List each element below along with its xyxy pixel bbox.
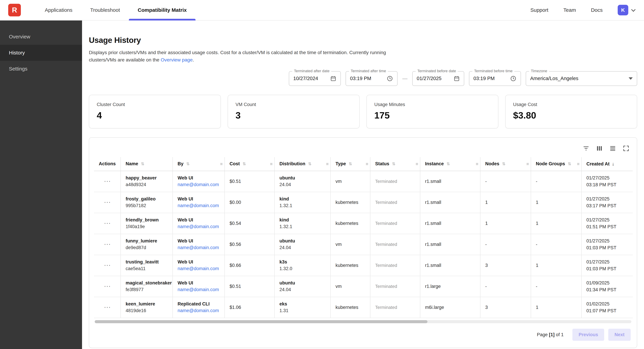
distribution-name: k3s xyxy=(280,259,326,265)
sort-icon: ⇅ xyxy=(141,162,144,166)
column-menu-icon[interactable]: ≡ xyxy=(476,161,478,166)
description-period: . xyxy=(192,57,194,62)
distribution-version: 1.32.1 xyxy=(280,224,326,229)
column-menu-icon[interactable]: ≡ xyxy=(416,161,418,166)
terminated-before-time-input[interactable]: Terminated before time 03:19 PM xyxy=(469,71,521,86)
created-by-email-link[interactable]: name@domain.com xyxy=(178,203,220,208)
created-by-email-link[interactable]: name@domain.com xyxy=(178,308,220,313)
row-more-horizontal-icon[interactable]: ⋯ xyxy=(104,199,111,206)
clock-icon[interactable] xyxy=(506,75,516,82)
cluster-id: 4819de16 xyxy=(126,308,168,313)
distribution-version: 1.31 xyxy=(280,308,326,313)
column-menu-icon[interactable]: ≡ xyxy=(326,161,329,166)
sidebar: Overview History Settings xyxy=(0,20,82,349)
sidebar-item-overview[interactable]: Overview xyxy=(0,29,82,45)
row-more-horizontal-icon[interactable]: ⋯ xyxy=(104,262,111,269)
columns-icon[interactable] xyxy=(594,143,605,154)
timezone-select[interactable]: Timezone America/Los_Angeles xyxy=(526,71,637,86)
created-by-email-link[interactable]: name@domain.com xyxy=(178,182,220,187)
field-value: 01/27/2025 xyxy=(417,76,442,81)
column-menu-icon[interactable]: ≡ xyxy=(270,161,272,166)
cost-cell: $0.54 xyxy=(224,213,274,234)
created-time: 03:17 PM PST xyxy=(586,202,628,209)
stat-value: 4 xyxy=(97,110,213,121)
table-footer: Page [1] of 1 Previous Next xyxy=(94,323,632,346)
calendar-icon[interactable] xyxy=(327,75,336,82)
cost-cell: $0.56 xyxy=(224,234,274,255)
col-header-instance[interactable]: Instance⇅≡ xyxy=(420,157,480,171)
previous-page-button[interactable]: Previous xyxy=(572,329,604,341)
column-menu-icon[interactable]: ≡ xyxy=(220,161,223,166)
fullscreen-icon[interactable] xyxy=(621,143,631,154)
tab-troubleshoot[interactable]: Troubleshoot xyxy=(81,0,129,20)
stats-row: Cluster Count 4 VM Count 3 Usage Minutes… xyxy=(89,95,637,128)
status-badge: Terminated xyxy=(370,192,420,213)
col-header-type[interactable]: Type⇅≡ xyxy=(330,157,370,171)
stat-value: 3 xyxy=(236,110,352,121)
created-by-email-link[interactable]: name@domain.com xyxy=(178,224,220,229)
replicated-logo[interactable]: R xyxy=(8,4,21,16)
column-menu-icon[interactable]: ≡ xyxy=(366,161,368,166)
row-more-horizontal-icon[interactable]: ⋯ xyxy=(104,283,111,290)
avatar[interactable]: K xyxy=(618,5,628,15)
col-label: Type xyxy=(336,161,346,166)
field-value: 03:19 PM xyxy=(474,76,494,81)
distribution-version: 24.04 xyxy=(280,245,326,250)
created-by: Replicated CLI xyxy=(178,301,220,307)
instance-cell: r1.small xyxy=(420,171,480,192)
terminated-after-date-input[interactable]: Terminated after date 10/27/2024 xyxy=(289,71,341,86)
terminated-before-date-input[interactable]: Terminated before date 01/27/2025 xyxy=(412,71,464,86)
support-link[interactable]: Support xyxy=(530,7,548,13)
col-header-nodes[interactable]: Nodes⇅≡ xyxy=(480,157,531,171)
row-more-horizontal-icon[interactable]: ⋯ xyxy=(104,241,111,248)
col-header-created-at[interactable]: Created At↓ xyxy=(582,157,633,171)
select-caret-icon[interactable] xyxy=(625,77,633,80)
cluster-name: friendly_brown xyxy=(126,217,168,223)
sidebar-item-settings[interactable]: Settings xyxy=(0,61,82,77)
row-more-horizontal-icon[interactable]: ⋯ xyxy=(104,178,111,185)
created-by-email-link[interactable]: name@domain.com xyxy=(178,245,220,250)
sort-icon: ⇅ xyxy=(308,162,312,166)
terminated-after-time-input[interactable]: Terminated after time 03:19 PM xyxy=(346,71,398,86)
created-date: 01/27/2025 xyxy=(586,259,628,266)
col-header-distribution[interactable]: Distribution⇅≡ xyxy=(274,157,330,171)
col-header-cost[interactable]: Cost⇅≡ xyxy=(224,157,274,171)
sidebar-item-history[interactable]: History xyxy=(0,45,82,61)
tab-compatibility-matrix[interactable]: Compatibility Matrix xyxy=(129,0,196,20)
node-groups-cell: - xyxy=(531,171,582,192)
docs-link[interactable]: Docs xyxy=(591,7,603,13)
col-header-actions: Actions xyxy=(94,157,121,171)
row-more-horizontal-icon[interactable]: ⋯ xyxy=(104,220,111,227)
clock-icon[interactable] xyxy=(383,75,393,82)
created-by-email-link[interactable]: name@domain.com xyxy=(178,287,220,292)
row-more-horizontal-icon[interactable]: ⋯ xyxy=(104,304,111,311)
tab-applications[interactable]: Applications xyxy=(36,0,81,20)
column-menu-icon[interactable]: ≡ xyxy=(526,161,529,166)
created-time: 01:34 PM PST xyxy=(586,286,628,293)
user-menu[interactable]: K xyxy=(618,5,634,15)
cluster-id: a48d9324 xyxy=(126,182,168,187)
sort-icon: ⇅ xyxy=(349,162,352,166)
created-time: 01:03 PM PST xyxy=(586,244,628,251)
distribution-name: ubuntu xyxy=(280,238,326,244)
distribution-version: 24.04 xyxy=(280,287,326,292)
team-link[interactable]: Team xyxy=(563,7,576,13)
table-row: ⋯ friendly_brown1f40a19e Web UIname@doma… xyxy=(94,213,633,234)
cost-cell: $0.00 xyxy=(224,192,274,213)
scrollbar-thumb[interactable] xyxy=(95,320,428,323)
filter-icon[interactable] xyxy=(581,143,591,154)
overview-page-link[interactable]: Overview page xyxy=(161,57,192,62)
cost-cell: $0.51 xyxy=(224,276,274,297)
density-icon[interactable] xyxy=(608,143,618,154)
col-header-name[interactable]: Name⇅ xyxy=(121,157,172,171)
next-page-button[interactable]: Next xyxy=(608,329,631,341)
instance-cell: r1.large xyxy=(420,276,480,297)
horizontal-scrollbar[interactable] xyxy=(95,320,631,323)
column-menu-icon[interactable]: ≡ xyxy=(577,161,580,166)
created-by-email-link[interactable]: name@domain.com xyxy=(178,266,220,271)
calendar-icon[interactable] xyxy=(450,75,460,82)
col-header-by[interactable]: By⇅≡ xyxy=(172,157,224,171)
col-header-node-groups[interactable]: Node Groups⇅≡ xyxy=(531,157,582,171)
col-header-status[interactable]: Status⇅≡ xyxy=(370,157,420,171)
cluster-id: 995b7182 xyxy=(126,203,168,208)
